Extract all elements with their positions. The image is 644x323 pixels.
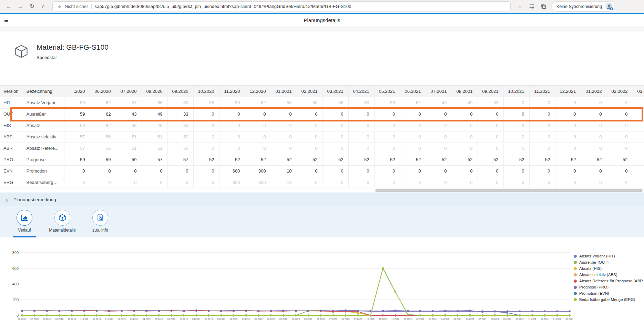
value-cell[interactable]: 0 [142, 165, 167, 177]
value-cell[interactable]: 0 [581, 165, 607, 177]
value-cell[interactable]: 52 [426, 154, 452, 165]
value-cell[interactable]: 0 [503, 165, 529, 177]
url-bar[interactable]: ⚠ Nicht sicher sap57gib.gibmbh.de:8080/s… [52, 1, 511, 11]
value-cell[interactable]: 600 [219, 165, 245, 177]
horizontal-scrollbar[interactable] [0, 188, 644, 193]
value-cell[interactable]: 0 [529, 108, 555, 120]
value-cell[interactable]: 59 [64, 108, 90, 120]
value-cell[interactable]: 59 [90, 154, 116, 165]
value-cell[interactable]: 0 [452, 165, 478, 177]
value-cell[interactable]: 33 [167, 108, 193, 120]
value-cell[interactable]: 0 [193, 165, 219, 177]
value-cell[interactable]: 62 [90, 108, 116, 120]
value-cell[interactable]: 0 [426, 165, 452, 177]
value-cell[interactable]: 0 [426, 108, 452, 120]
value-cell[interactable]: 0 [478, 108, 503, 120]
home-icon[interactable]: ⌂ [39, 1, 49, 12]
profile-button[interactable]: Keine Synchronisierung [551, 1, 615, 12]
value-cell[interactable]: 0 [633, 165, 644, 177]
forward-icon[interactable]: → [15, 1, 25, 12]
value-cell[interactable]: 59 [116, 154, 142, 165]
tab-zus-info[interactable]: zus. Info [85, 210, 115, 237]
value-cell[interactable]: 59 [64, 154, 90, 165]
table-row-OUT[interactable]: OUTAusreißer5962434933000000000000000000 [0, 108, 644, 120]
table-row-ABS[interactable]: ABSAbsatz selektiv5756515150000000000000… [0, 131, 644, 143]
value-cell[interactable]: 57 [142, 154, 167, 165]
value-cell[interactable]: 52 [348, 154, 374, 165]
svg-text:11.2018: 11.2018 [80, 318, 88, 320]
value-cell[interactable]: 10 [271, 165, 297, 177]
favorite-star-icon[interactable]: ☆ [515, 2, 524, 11]
value-cell[interactable]: 52 [374, 154, 400, 165]
value-cell[interactable]: 57 [167, 154, 193, 165]
table-row-ERG[interactable]: ERGBedarfsüberga...000000600300100000000… [0, 177, 644, 188]
value-cell[interactable]: 0 [400, 108, 426, 120]
value-cell[interactable]: 0 [529, 165, 555, 177]
value-cell[interactable]: 0 [555, 108, 581, 120]
table-row-HI1[interactable]: HI1Absatz Vorjahr59625766605858625858566… [0, 97, 644, 108]
tab-verlauf[interactable]: Verlauf [10, 210, 39, 237]
value-cell[interactable]: 0 [90, 165, 116, 177]
horizontal-scrollbar-thumb[interactable] [375, 189, 643, 192]
value-cell[interactable]: 0 [348, 108, 374, 120]
value-cell[interactable]: 49 [142, 108, 167, 120]
table-row-ABR[interactable]: ABRAbsatz Refere...575651515000000000000… [0, 143, 644, 154]
value-cell[interactable]: 0 [323, 108, 348, 120]
value-cell[interactable]: 0 [400, 165, 426, 177]
value-cell: 0 [452, 120, 478, 131]
value-cell[interactable]: 0 [219, 108, 245, 120]
value-cell[interactable]: 52 [219, 154, 245, 165]
favorites-bar-icon[interactable] [527, 2, 536, 11]
value-cell[interactable]: 0 [633, 108, 644, 120]
value-cell[interactable]: 0 [503, 108, 529, 120]
value-cell[interactable]: 52 [452, 154, 478, 165]
value-cell[interactable]: 52 [323, 154, 348, 165]
value-cell[interactable]: 52 [581, 154, 607, 165]
tab-materialdetails[interactable]: Materialdetails [48, 210, 77, 237]
value-cell: 0 [478, 120, 503, 131]
value-cell[interactable]: 0 [607, 165, 633, 177]
value-cell[interactable]: 0 [64, 165, 90, 177]
value-cell[interactable]: 0 [271, 108, 297, 120]
value-cell[interactable]: 52 [478, 154, 503, 165]
value-cell[interactable]: 0 [452, 108, 478, 120]
value-cell[interactable]: 0 [581, 108, 607, 120]
value-cell[interactable]: 43 [116, 108, 142, 120]
value-cell[interactable]: 52 [633, 154, 644, 165]
value-cell[interactable]: 52 [503, 154, 529, 165]
table-row-PRO[interactable]: PROPrognose59595957575252525252525252525… [0, 154, 644, 165]
svg-text:01.2020: 01.2020 [254, 318, 263, 320]
value-cell[interactable]: 52 [297, 154, 323, 165]
value-cell[interactable]: 52 [245, 154, 271, 165]
refresh-icon[interactable]: ↻ [27, 1, 37, 12]
table-row-HIS[interactable]: HISAbsatz5962434933000000000000000000 [0, 120, 644, 131]
value-cell[interactable]: 300 [245, 165, 271, 177]
value-cell[interactable]: 0 [297, 108, 323, 120]
value-cell[interactable]: 52 [607, 154, 633, 165]
planning-note-header[interactable]: › Planungsbemerkung [0, 193, 644, 206]
value-cell[interactable]: 0 [193, 108, 219, 120]
value-cell[interactable]: 0 [478, 165, 503, 177]
value-cell[interactable]: 52 [555, 154, 581, 165]
value-cell[interactable]: 0 [607, 108, 633, 120]
value-cell[interactable]: 52 [193, 154, 219, 165]
url-text: sap57gib.gibmbh.de:8080/sap/bc/ui5_ui5/g… [95, 4, 351, 9]
value-cell[interactable]: 0 [116, 165, 142, 177]
value-cell[interactable]: 52 [529, 154, 555, 165]
svg-text:05.2019: 05.2019 [155, 318, 163, 320]
value-cell[interactable]: 0 [555, 165, 581, 177]
value-cell[interactable]: 0 [374, 165, 400, 177]
table-row-EVN[interactable]: EVNPromotion0000006003001000000000000000 [0, 165, 644, 177]
menu-icon[interactable]: ≡ [4, 17, 8, 24]
value-cell[interactable]: 0 [167, 165, 193, 177]
value-cell[interactable]: 0 [348, 165, 374, 177]
value-cell[interactable]: 0 [297, 165, 323, 177]
value-cell[interactable]: 0 [245, 108, 271, 120]
value-cell[interactable]: 0 [323, 165, 348, 177]
back-icon[interactable]: ← [3, 1, 14, 12]
value-cell[interactable]: 52 [400, 154, 426, 165]
value-cell[interactable]: 52 [271, 154, 297, 165]
value-cell: 0 [426, 143, 452, 154]
value-cell[interactable]: 0 [374, 108, 400, 120]
collections-icon[interactable] [539, 2, 548, 11]
